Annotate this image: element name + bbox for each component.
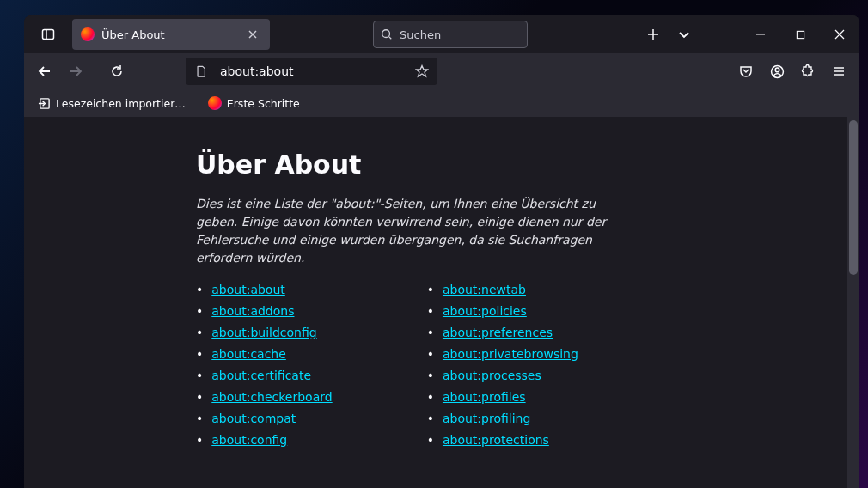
search-box[interactable]: Suchen [373,21,528,48]
list-all-tabs-button[interactable] [669,21,700,48]
page-icon [189,65,213,77]
about-link[interactable]: about:buildconfig [211,326,316,339]
about-link[interactable]: about:privatebrowsing [443,347,578,361]
bookmark-label: Erste Schritte [227,97,300,110]
window-minimize-button[interactable] [741,15,780,53]
import-icon [38,97,51,110]
url-bar[interactable]: about:about [186,58,437,85]
svg-rect-9 [797,31,804,38]
import-bookmarks-button[interactable]: Lesezeichen importier… [33,94,191,113]
reload-button[interactable] [103,58,131,85]
browser-tab[interactable]: Über About [72,19,270,50]
about-link[interactable]: about:newtab [443,283,526,296]
sidebar-toggle-button[interactable] [33,21,64,48]
extensions-button[interactable] [794,58,822,85]
svg-marker-14 [417,66,428,77]
about-link[interactable]: about:preferences [443,326,553,339]
scrollbar[interactable] [847,117,859,488]
window-close-button[interactable] [820,15,859,53]
about-link[interactable]: about:config [211,433,287,447]
svg-point-16 [775,68,779,72]
links-column-1: about:about about:addons about:buildconf… [196,283,333,454]
firefox-icon [208,96,222,110]
links-column-2: about:newtab about:policies about:prefer… [427,283,578,454]
browser-window: Über About Suchen [24,15,859,488]
forward-button [62,58,89,85]
svg-rect-0 [43,30,54,40]
about-link[interactable]: about:profiles [443,390,526,404]
page-heading: Über About [196,149,746,180]
about-link[interactable]: about:profiling [443,412,530,425]
new-tab-button[interactable] [638,21,669,48]
titlebar: Über About Suchen [24,15,859,53]
url-text: about:about [220,64,403,78]
scroll-thumb[interactable] [849,120,858,275]
titlebar-right [638,15,859,53]
firefox-icon [81,27,95,41]
bookmark-erste-schritte[interactable]: Erste Schritte [203,93,305,113]
about-link[interactable]: about:processes [443,369,541,382]
about-link[interactable]: about:compat [211,412,296,425]
navbar: about:about [24,53,859,89]
app-menu-button[interactable] [825,58,853,85]
window-maximize-button[interactable] [780,15,820,53]
close-tab-button[interactable] [244,26,261,43]
page-content: Über About Dies ist eine Liste der "abou… [24,117,859,488]
about-link[interactable]: about:addons [211,304,294,318]
about-link[interactable]: about:cache [211,347,286,361]
about-link[interactable]: about:policies [443,304,527,318]
about-links: about:about about:addons about:buildconf… [196,283,746,454]
about-link[interactable]: about:protections [443,433,549,447]
about-link[interactable]: about:checkerboard [211,390,332,404]
bookmark-star-button[interactable] [410,64,434,78]
pocket-button[interactable] [732,58,760,85]
import-bookmarks-label: Lesezeichen importier… [56,97,186,110]
svg-line-5 [389,37,392,40]
page-intro: Dies ist eine Liste der "about:"-Seiten,… [196,195,626,267]
about-link[interactable]: about:certificate [211,369,311,382]
search-icon [381,28,393,40]
back-button[interactable] [31,58,58,85]
tab-title: Über About [101,28,237,41]
about-link[interactable]: about:about [211,283,285,296]
search-placeholder: Suchen [400,28,441,41]
bookmarks-toolbar: Lesezeichen importier… Erste Schritte [24,89,859,117]
svg-point-4 [382,30,390,38]
account-button[interactable] [763,58,791,85]
